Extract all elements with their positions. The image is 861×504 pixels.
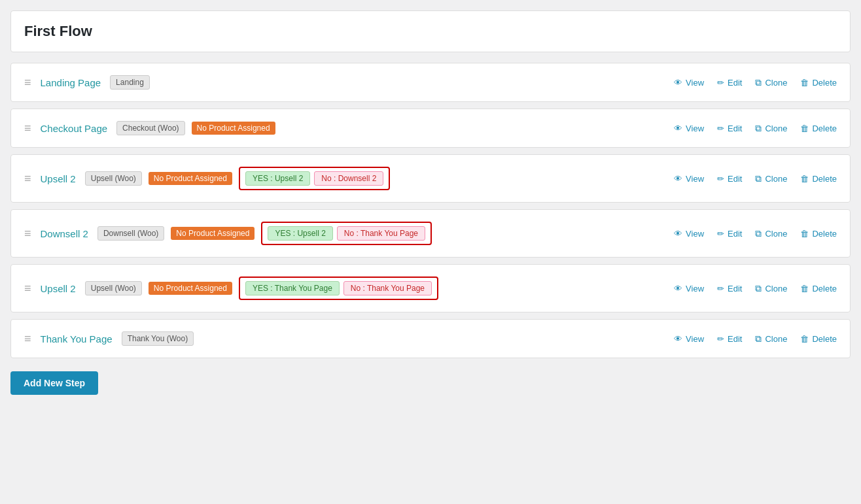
delete-button[interactable]: Delete	[800, 283, 837, 294]
view-label: View	[686, 124, 704, 133]
drag-handle-icon[interactable]	[24, 122, 31, 135]
delete-label: Delete	[812, 174, 837, 184]
clone-button[interactable]: Clone	[755, 333, 787, 344]
delete-label: Delete	[812, 334, 837, 344]
step-badge: Upsell (Woo)	[85, 281, 142, 295]
delete-button[interactable]: Delete	[800, 228, 837, 239]
clone-icon	[755, 333, 762, 344]
clone-button[interactable]: Clone	[755, 173, 787, 184]
edit-button[interactable]: Edit	[717, 77, 742, 88]
delete-button[interactable]: Delete	[800, 333, 837, 344]
page-title: First Flow	[24, 23, 837, 40]
add-new-step-button[interactable]: Add New Step	[10, 371, 98, 395]
step-badge: Downsell (Woo)	[97, 226, 164, 241]
step-left-thankyou: Thank You PageThank You (Woo)	[24, 331, 194, 346]
drag-handle-icon[interactable]	[24, 332, 31, 346]
step-left-checkout: Checkout PageCheckout (Woo)No Product As…	[24, 121, 275, 135]
edit-icon	[717, 77, 724, 88]
clone-icon	[755, 173, 762, 184]
view-label: View	[686, 334, 704, 344]
step-name: Landing Page	[41, 77, 101, 88]
clone-label: Clone	[765, 174, 787, 184]
step-name: Thank You Page	[41, 333, 113, 344]
edit-button[interactable]: Edit	[717, 123, 742, 133]
delete-icon	[800, 77, 809, 88]
drag-handle-icon[interactable]	[24, 282, 31, 295]
yes-badge: YES : Thank You Page	[245, 281, 340, 295]
clone-button[interactable]: Clone	[755, 228, 787, 239]
view-icon	[674, 333, 682, 344]
view-button[interactable]: View	[674, 77, 704, 88]
step-row: Upsell 2Upsell (Woo)No Product AssignedY…	[10, 264, 851, 312]
yes-badge: YES : Upsell 2	[245, 171, 310, 186]
step-badge: No Product Assigned	[149, 282, 232, 295]
delete-icon	[800, 283, 809, 294]
clone-label: Clone	[765, 78, 787, 88]
no-badge: No : Downsell 2	[314, 171, 383, 186]
step-actions: ViewEditCloneDelete	[674, 173, 837, 184]
drag-handle-icon[interactable]	[24, 172, 31, 186]
step-left-upsell2b: Upsell 2Upsell (Woo)No Product AssignedY…	[24, 277, 438, 300]
clone-button[interactable]: Clone	[755, 77, 787, 88]
clone-button[interactable]: Clone	[755, 283, 787, 294]
edit-icon	[717, 228, 724, 239]
view-button[interactable]: View	[674, 123, 704, 133]
delete-label: Delete	[812, 124, 837, 133]
edit-button[interactable]: Edit	[717, 283, 742, 294]
delete-label: Delete	[812, 229, 837, 239]
clone-icon	[755, 228, 762, 239]
yes-no-box: YES : Thank You PageNo : Thank You Page	[239, 277, 438, 300]
clone-button[interactable]: Clone	[755, 123, 787, 134]
clone-icon	[755, 77, 762, 88]
step-name: Upsell 2	[41, 173, 76, 184]
step-badge: No Product Assigned	[149, 172, 232, 185]
yes-no-box: YES : Upsell 2No : Thank You Page	[261, 222, 432, 245]
clone-icon	[755, 283, 762, 294]
view-label: View	[686, 78, 704, 88]
delete-icon	[800, 123, 809, 133]
delete-icon	[800, 333, 809, 344]
step-name: Checkout Page	[41, 123, 108, 134]
view-label: View	[686, 284, 704, 294]
delete-button[interactable]: Delete	[800, 77, 837, 88]
drag-handle-icon[interactable]	[24, 76, 31, 90]
step-row: Checkout PageCheckout (Woo)No Product As…	[10, 109, 851, 148]
delete-button[interactable]: Delete	[800, 173, 837, 184]
edit-icon	[717, 123, 724, 133]
edit-label: Edit	[728, 229, 742, 239]
drag-handle-icon[interactable]	[24, 227, 31, 241]
view-icon	[674, 283, 682, 294]
delete-label: Delete	[812, 78, 837, 88]
edit-icon	[717, 283, 724, 294]
view-icon	[674, 173, 682, 184]
delete-button[interactable]: Delete	[800, 123, 837, 133]
delete-icon	[800, 228, 809, 239]
steps-container: Landing PageLandingViewEditCloneDeleteCh…	[10, 63, 851, 358]
view-button[interactable]: View	[674, 283, 704, 294]
yes-no-box: YES : Upsell 2No : Downsell 2	[239, 167, 390, 190]
title-card: First Flow	[10, 10, 851, 52]
view-button[interactable]: View	[674, 173, 704, 184]
step-actions: ViewEditCloneDelete	[674, 333, 837, 344]
delete-label: Delete	[812, 284, 837, 294]
edit-label: Edit	[728, 78, 742, 88]
step-badge: No Product Assigned	[171, 227, 255, 240]
step-left-upsell2a: Upsell 2Upsell (Woo)No Product AssignedY…	[24, 167, 390, 190]
step-badge: Upsell (Woo)	[85, 171, 142, 186]
edit-button[interactable]: Edit	[717, 228, 742, 239]
edit-button[interactable]: Edit	[717, 173, 742, 184]
view-button[interactable]: View	[674, 333, 704, 344]
view-icon	[674, 77, 682, 88]
step-row: Upsell 2Upsell (Woo)No Product AssignedY…	[10, 154, 851, 203]
step-badge: Checkout (Woo)	[116, 121, 184, 135]
edit-icon	[717, 333, 724, 344]
delete-icon	[800, 173, 809, 184]
view-button[interactable]: View	[674, 228, 704, 239]
step-actions: ViewEditCloneDelete	[674, 228, 837, 239]
edit-button[interactable]: Edit	[717, 333, 742, 344]
step-name: Upsell 2	[41, 283, 76, 294]
clone-icon	[755, 123, 762, 134]
yes-badge: YES : Upsell 2	[268, 226, 332, 241]
step-badge: Thank You (Woo)	[122, 331, 194, 346]
clone-label: Clone	[765, 124, 787, 133]
